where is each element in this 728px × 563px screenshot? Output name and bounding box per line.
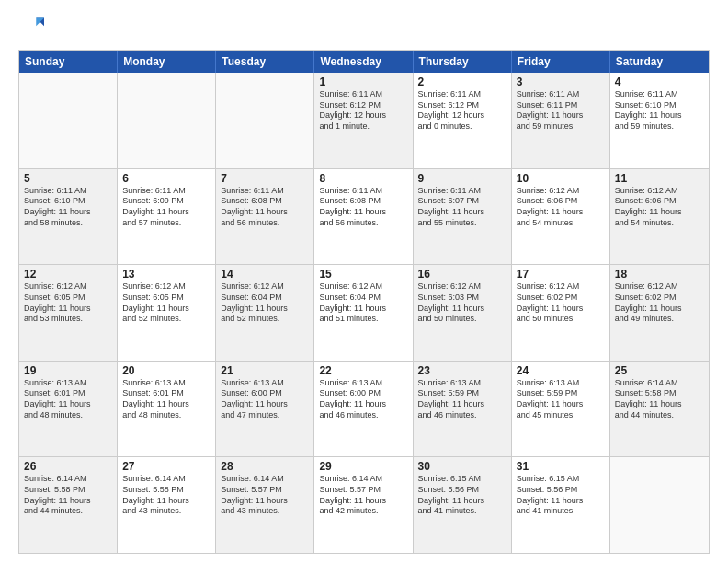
calendar-body: 1Sunrise: 6:11 AM Sunset: 6:12 PM Daylig… <box>19 73 709 553</box>
day-number: 21 <box>221 364 309 377</box>
cell-info: Sunrise: 6:13 AM Sunset: 6:01 PM Dayligh… <box>122 378 210 421</box>
weekday-header-monday: Monday <box>118 51 216 73</box>
calendar-row-1: 5Sunrise: 6:11 AM Sunset: 6:10 PM Daylig… <box>19 169 709 266</box>
calendar-cell-4-2: 28Sunrise: 6:14 AM Sunset: 5:57 PM Dayli… <box>216 457 314 553</box>
calendar-cell-0-2 <box>216 73 314 168</box>
calendar-cell-2-3: 15Sunrise: 6:12 AM Sunset: 6:04 PM Dayli… <box>314 265 413 361</box>
cell-info: Sunrise: 6:11 AM Sunset: 6:09 PM Dayligh… <box>122 186 210 229</box>
calendar-cell-3-0: 19Sunrise: 6:13 AM Sunset: 6:01 PM Dayli… <box>19 362 118 457</box>
calendar-cell-3-1: 20Sunrise: 6:13 AM Sunset: 6:01 PM Dayli… <box>118 362 216 457</box>
calendar-cell-1-0: 5Sunrise: 6:11 AM Sunset: 6:10 PM Daylig… <box>19 169 118 265</box>
cell-info: Sunrise: 6:13 AM Sunset: 6:00 PM Dayligh… <box>319 378 407 421</box>
day-number: 16 <box>418 268 506 281</box>
cell-info: Sunrise: 6:11 AM Sunset: 6:12 PM Dayligh… <box>418 89 506 132</box>
cell-info: Sunrise: 6:12 AM Sunset: 6:03 PM Dayligh… <box>418 282 506 325</box>
weekday-header-wednesday: Wednesday <box>314 51 413 73</box>
cell-info: Sunrise: 6:14 AM Sunset: 5:57 PM Dayligh… <box>319 474 407 517</box>
calendar-cell-0-5: 3Sunrise: 6:11 AM Sunset: 6:11 PM Daylig… <box>512 73 610 168</box>
calendar: SundayMondayTuesdayWednesdayThursdayFrid… <box>18 50 710 554</box>
day-number: 28 <box>221 460 309 473</box>
calendar-cell-3-6: 25Sunrise: 6:14 AM Sunset: 5:58 PM Dayli… <box>610 362 709 457</box>
day-number: 14 <box>221 268 309 281</box>
calendar-cell-0-3: 1Sunrise: 6:11 AM Sunset: 6:12 PM Daylig… <box>314 73 413 168</box>
calendar-cell-4-0: 26Sunrise: 6:14 AM Sunset: 5:58 PM Dayli… <box>19 457 118 553</box>
calendar-cell-2-2: 14Sunrise: 6:12 AM Sunset: 6:04 PM Dayli… <box>216 265 314 361</box>
day-number: 18 <box>615 268 704 281</box>
cell-info: Sunrise: 6:11 AM Sunset: 6:07 PM Dayligh… <box>418 186 506 229</box>
cell-info: Sunrise: 6:14 AM Sunset: 5:58 PM Dayligh… <box>615 378 704 421</box>
calendar-cell-0-0 <box>19 73 118 168</box>
cell-info: Sunrise: 6:11 AM Sunset: 6:08 PM Dayligh… <box>221 186 309 229</box>
cell-info: Sunrise: 6:12 AM Sunset: 6:05 PM Dayligh… <box>122 282 210 325</box>
weekday-header-thursday: Thursday <box>414 51 512 73</box>
calendar-header: SundayMondayTuesdayWednesdayThursdayFrid… <box>19 51 709 73</box>
day-number: 2 <box>418 75 506 88</box>
calendar-cell-3-3: 22Sunrise: 6:13 AM Sunset: 6:00 PM Dayli… <box>314 362 413 457</box>
day-number: 9 <box>418 172 506 185</box>
weekday-header-sunday: Sunday <box>19 51 118 73</box>
cell-info: Sunrise: 6:12 AM Sunset: 6:05 PM Dayligh… <box>24 282 112 325</box>
day-number: 30 <box>418 460 506 473</box>
calendar-cell-1-3: 8Sunrise: 6:11 AM Sunset: 6:08 PM Daylig… <box>314 169 413 265</box>
day-number: 17 <box>517 268 605 281</box>
day-number: 27 <box>122 460 210 473</box>
day-number: 6 <box>122 172 210 185</box>
cell-info: Sunrise: 6:13 AM Sunset: 5:59 PM Dayligh… <box>418 378 506 421</box>
page: SundayMondayTuesdayWednesdayThursdayFrid… <box>0 0 728 563</box>
cell-info: Sunrise: 6:12 AM Sunset: 6:02 PM Dayligh… <box>615 282 704 325</box>
day-number: 31 <box>517 460 605 473</box>
calendar-cell-4-1: 27Sunrise: 6:14 AM Sunset: 5:58 PM Dayli… <box>118 457 216 553</box>
day-number: 19 <box>24 364 112 377</box>
day-number: 3 <box>517 75 605 88</box>
calendar-cell-4-3: 29Sunrise: 6:14 AM Sunset: 5:57 PM Dayli… <box>314 457 413 553</box>
calendar-cell-0-4: 2Sunrise: 6:11 AM Sunset: 6:12 PM Daylig… <box>414 73 512 168</box>
cell-info: Sunrise: 6:12 AM Sunset: 6:06 PM Dayligh… <box>615 186 704 229</box>
day-number: 12 <box>24 268 112 281</box>
day-number: 24 <box>517 364 605 377</box>
cell-info: Sunrise: 6:11 AM Sunset: 6:12 PM Dayligh… <box>319 89 407 132</box>
calendar-cell-4-4: 30Sunrise: 6:15 AM Sunset: 5:56 PM Dayli… <box>414 457 512 553</box>
cell-info: Sunrise: 6:11 AM Sunset: 6:11 PM Dayligh… <box>517 89 605 132</box>
cell-info: Sunrise: 6:12 AM Sunset: 6:04 PM Dayligh… <box>221 282 309 325</box>
logo-icon <box>18 15 44 40</box>
day-number: 11 <box>615 172 704 185</box>
calendar-cell-2-5: 17Sunrise: 6:12 AM Sunset: 6:02 PM Dayli… <box>512 265 610 361</box>
day-number: 4 <box>615 75 704 88</box>
cell-info: Sunrise: 6:13 AM Sunset: 5:59 PM Dayligh… <box>517 378 605 421</box>
calendar-row-0: 1Sunrise: 6:11 AM Sunset: 6:12 PM Daylig… <box>19 73 709 169</box>
day-number: 7 <box>221 172 309 185</box>
day-number: 26 <box>24 460 112 473</box>
cell-info: Sunrise: 6:12 AM Sunset: 6:02 PM Dayligh… <box>517 282 605 325</box>
cell-info: Sunrise: 6:11 AM Sunset: 6:08 PM Dayligh… <box>319 186 407 229</box>
calendar-cell-1-6: 11Sunrise: 6:12 AM Sunset: 6:06 PM Dayli… <box>610 169 709 265</box>
cell-info: Sunrise: 6:11 AM Sunset: 6:10 PM Dayligh… <box>24 186 112 229</box>
cell-info: Sunrise: 6:15 AM Sunset: 5:56 PM Dayligh… <box>418 474 506 517</box>
weekday-header-saturday: Saturday <box>610 51 709 73</box>
calendar-cell-1-4: 9Sunrise: 6:11 AM Sunset: 6:07 PM Daylig… <box>414 169 512 265</box>
day-number: 5 <box>24 172 112 185</box>
cell-info: Sunrise: 6:14 AM Sunset: 5:58 PM Dayligh… <box>122 474 210 517</box>
day-number: 22 <box>319 364 407 377</box>
calendar-cell-3-5: 24Sunrise: 6:13 AM Sunset: 5:59 PM Dayli… <box>512 362 610 457</box>
cell-info: Sunrise: 6:13 AM Sunset: 6:00 PM Dayligh… <box>221 378 309 421</box>
weekday-header-friday: Friday <box>512 51 610 73</box>
day-number: 20 <box>122 364 210 377</box>
cell-info: Sunrise: 6:14 AM Sunset: 5:58 PM Dayligh… <box>24 474 112 517</box>
day-number: 15 <box>319 268 407 281</box>
calendar-cell-1-1: 6Sunrise: 6:11 AM Sunset: 6:09 PM Daylig… <box>118 169 216 265</box>
calendar-row-2: 12Sunrise: 6:12 AM Sunset: 6:05 PM Dayli… <box>19 265 709 362</box>
calendar-cell-3-4: 23Sunrise: 6:13 AM Sunset: 5:59 PM Dayli… <box>414 362 512 457</box>
header <box>18 15 710 40</box>
calendar-cell-1-2: 7Sunrise: 6:11 AM Sunset: 6:08 PM Daylig… <box>216 169 314 265</box>
calendar-cell-0-6: 4Sunrise: 6:11 AM Sunset: 6:10 PM Daylig… <box>610 73 709 168</box>
calendar-cell-4-6 <box>610 457 709 553</box>
day-number: 1 <box>319 75 407 88</box>
cell-info: Sunrise: 6:14 AM Sunset: 5:57 PM Dayligh… <box>221 474 309 517</box>
calendar-cell-0-1 <box>118 73 216 168</box>
calendar-cell-2-1: 13Sunrise: 6:12 AM Sunset: 6:05 PM Dayli… <box>118 265 216 361</box>
calendar-row-3: 19Sunrise: 6:13 AM Sunset: 6:01 PM Dayli… <box>19 362 709 458</box>
weekday-header-tuesday: Tuesday <box>216 51 314 73</box>
calendar-cell-4-5: 31Sunrise: 6:15 AM Sunset: 5:56 PM Dayli… <box>512 457 610 553</box>
calendar-cell-2-4: 16Sunrise: 6:12 AM Sunset: 6:03 PM Dayli… <box>414 265 512 361</box>
calendar-cell-3-2: 21Sunrise: 6:13 AM Sunset: 6:00 PM Dayli… <box>216 362 314 457</box>
